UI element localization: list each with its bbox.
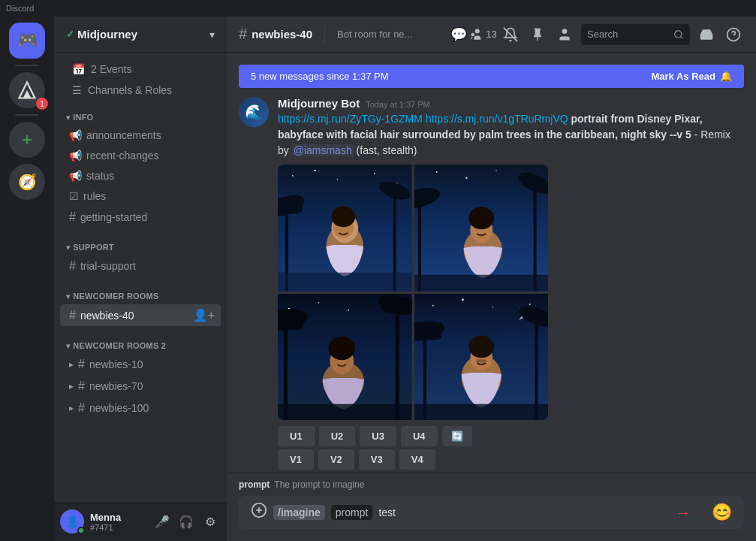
section-header-support[interactable]: ▾ SUPPORT: [54, 231, 227, 255]
chat-input-text[interactable]: test: [378, 506, 655, 518]
channel-item-getting-started[interactable]: # getting-started: [60, 207, 221, 228]
rules-icon: ☑: [69, 190, 79, 202]
header-divider: [324, 26, 325, 44]
add-server-button[interactable]: +: [9, 122, 45, 158]
attach-icon[interactable]: [251, 502, 267, 523]
help-button[interactable]: [723, 24, 744, 45]
notification-settings-button[interactable]: [500, 24, 521, 45]
svg-point-32: [495, 170, 497, 171]
threads-icon: 💬: [450, 26, 467, 43]
message-text: https://s.mj.run/ZyTGy-1GZMM https://s.m…: [278, 111, 744, 159]
channel-item-newbies-100[interactable]: ▸ # newbies-100: [60, 397, 221, 419]
add-member-icon[interactable]: 👤+: [193, 308, 215, 322]
channel-item-newbies-10[interactable]: ▸ # newbies-10: [60, 354, 221, 375]
svg-line-3: [504, 27, 517, 41]
member-count-text: 13: [486, 29, 496, 40]
section-header-newcomer-rooms-2[interactable]: ▾ NEWCOMER ROOMS 2: [54, 329, 227, 353]
bell-slash-icon: [503, 27, 518, 42]
username-label: Menna: [90, 512, 146, 523]
section-header-newcomer-rooms[interactable]: ▾ NEWCOMER ROOMS: [54, 280, 227, 304]
link-2[interactable]: https://s.mj.run/v1gTRuRmjVQ: [426, 113, 568, 125]
channel-item-newbies-40[interactable]: # newbies-40 👤+: [60, 304, 221, 326]
channel-item-announcements[interactable]: 📢 announcements: [60, 125, 221, 145]
announcement-icon-2: 📢: [69, 150, 82, 162]
channel-topic-text: Bot room for ne...: [337, 29, 441, 40]
image-grid: [278, 165, 548, 420]
svg-rect-54: [396, 308, 399, 420]
channel-label-newbies-100: newbies-100: [89, 402, 215, 414]
channels-roles-label: Channels & Roles: [88, 84, 172, 96]
member-count: 💬: [450, 26, 467, 43]
svg-point-15: [374, 173, 375, 174]
link-1[interactable]: https://s.mj.run/ZyTGy-1GZMM: [278, 113, 423, 125]
title-bar: Discord: [0, 0, 756, 17]
attach-svg: [251, 502, 267, 518]
svg-rect-81: [414, 403, 548, 420]
user-info: Menna #7471: [90, 512, 146, 532]
user-discriminator-label: #7471: [90, 523, 146, 532]
bell-icon: 🔔: [720, 71, 732, 82]
emoji-button[interactable]: 😊: [712, 503, 732, 522]
search-bar[interactable]: [581, 24, 690, 45]
refresh-button[interactable]: 🔄: [442, 426, 472, 446]
refresh-icon: 🔄: [451, 431, 463, 442]
message-header: Midjourney Bot Today at 1:37 PM: [278, 97, 744, 110]
headphones-button[interactable]: 🎧: [176, 511, 197, 532]
image-cell-2: [414, 165, 549, 292]
server-icon-discord-home[interactable]: 🎮: [9, 23, 45, 59]
variation-2-button[interactable]: V2: [318, 449, 354, 470]
variation-1-button[interactable]: V1: [278, 449, 314, 470]
channel-item-status[interactable]: 📢 status: [60, 166, 221, 186]
server-header[interactable]: ✓ Midjourney ▾: [54, 17, 227, 53]
hash-icon: #: [69, 210, 76, 224]
server-sidebar: 🎮 1 + 🧭: [0, 17, 54, 541]
upscale-1-button[interactable]: U1: [278, 426, 315, 446]
svg-point-49: [348, 309, 349, 310]
channels-roles-item[interactable]: ☰ Channels & Roles: [60, 80, 221, 101]
section-name-info: INFO: [73, 113, 93, 122]
search-input[interactable]: [587, 29, 669, 40]
pin-button[interactable]: [527, 24, 548, 45]
mark-as-read-button[interactable]: Mark As Read 🔔: [652, 71, 733, 82]
svg-rect-28: [278, 273, 411, 292]
image-cell-3: [278, 294, 412, 421]
channel-item-newbies-70[interactable]: ▸ # newbies-70: [60, 376, 221, 397]
chat-input-container: /imagine prompt test → 😊: [239, 496, 744, 529]
member-count-button[interactable]: 13: [473, 24, 494, 45]
explore-button[interactable]: 🧭: [9, 164, 45, 200]
inbox-button[interactable]: [696, 24, 717, 45]
add-member-header-button[interactable]: [554, 24, 575, 45]
upscale-3-button[interactable]: U3: [360, 426, 396, 446]
bullet-icon-2: ▸: [69, 381, 74, 391]
channel-label-newbies-40: newbies-40: [80, 310, 188, 322]
server-name-label: Midjourney: [77, 28, 137, 41]
svg-point-44: [468, 207, 494, 229]
collapse-icon-newcomer-2: ▾: [66, 342, 70, 350]
variation-3-button[interactable]: V3: [359, 449, 395, 470]
channel-list: 📅 2 Events ☰ Channels & Roles ▾ INFO 📢 a…: [54, 53, 227, 502]
collapse-icon: ▾: [66, 113, 70, 122]
messages-area: 5 new messages since 1:37 PM Mark As Rea…: [227, 53, 756, 473]
microphone-button[interactable]: 🎤: [152, 511, 173, 532]
channel-item-recent-changes[interactable]: 📢 recent-changes: [60, 146, 221, 165]
section-header-info[interactable]: ▾ INFO: [54, 101, 227, 125]
collapse-icon-support: ▾: [66, 243, 70, 252]
channel-item-rules[interactable]: ☑ rules: [60, 186, 221, 206]
events-item[interactable]: 📅 2 Events: [60, 59, 221, 80]
new-messages-text: 5 new messages since 1:37 PM: [251, 71, 389, 82]
app-layout: 🎮 1 + 🧭 ✓ Midjourney ▾ 📅 2 Events: [0, 17, 756, 541]
hash-icon-2: #: [69, 259, 76, 273]
variation-4-button[interactable]: V4: [399, 449, 435, 470]
message-params: (fast, stealth): [357, 144, 417, 156]
svg-point-80: [468, 335, 494, 358]
upscale-2-button[interactable]: U2: [319, 426, 356, 446]
channel-item-trial-support[interactable]: # trial-support: [60, 255, 221, 277]
upscale-4-button[interactable]: U4: [401, 426, 438, 446]
svg-point-2: [471, 32, 475, 36]
settings-button[interactable]: ⚙: [200, 511, 221, 532]
server-icon-midjourney[interactable]: 1: [9, 72, 45, 108]
mark-as-read-label: Mark As Read: [652, 71, 716, 82]
events-label: 2 Events: [91, 63, 131, 75]
image-4: [414, 294, 549, 421]
announcement-icon-3: 📢: [69, 170, 82, 182]
